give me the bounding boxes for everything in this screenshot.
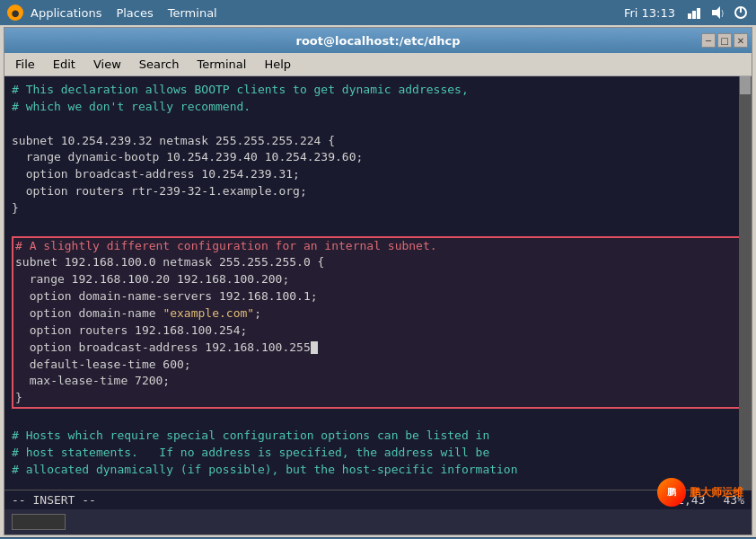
line-21: # Hosts which require special configurat…: [12, 428, 744, 445]
window-controls: ─ □ ✕: [701, 33, 748, 48]
menu-help[interactable]: Help: [257, 56, 298, 73]
svg-rect-2: [697, 8, 700, 19]
line-1: # This declaration allows BOOTP clients …: [12, 82, 744, 99]
line-16: option broadcast-address 192.168.100.255: [15, 340, 741, 357]
svg-text:): ): [721, 10, 724, 18]
input-box[interactable]: [12, 514, 66, 530]
line-22: # host statements. If no address is spec…: [12, 445, 744, 462]
status-bar: -- INSERT -- 52,43 43%: [4, 490, 752, 509]
topbar-left: ● Applications Places Terminal: [7, 4, 217, 21]
svg-rect-0: [688, 13, 691, 19]
line-4: subnet 10.254.239.32 netmask 255.255.255…: [12, 133, 744, 150]
line-11: subnet 192.168.100.0 netmask 255.255.255…: [15, 254, 741, 271]
line-23: # allocated dynamically (if possible), b…: [12, 462, 744, 479]
watermark-icon: 鹏: [657, 478, 686, 507]
topbar-menu: Applications Places Terminal: [31, 6, 217, 20]
line-blank-2: [12, 217, 744, 234]
line-5: range dynamic-bootp 10.254.239.40 10.254…: [12, 149, 744, 166]
terminal-body[interactable]: # This declaration allows BOOTP clients …: [4, 76, 752, 490]
topbar-right: Fri 13:13 ): [624, 4, 749, 21]
line-blank-3: [12, 411, 744, 428]
network-icon[interactable]: [686, 4, 702, 21]
menu-search[interactable]: Search: [132, 56, 187, 73]
line-14: option domain-name "example.com";: [15, 305, 741, 323]
line-6: option broadcast-address 10.254.239.31;: [12, 166, 744, 183]
input-bar: [4, 509, 752, 535]
clock: Fri 13:13: [624, 6, 675, 20]
watermark: 鹏 鹏大师运维: [657, 478, 743, 507]
maximize-button[interactable]: □: [717, 33, 732, 48]
line-13: option domain-name-servers 192.168.100.1…: [15, 288, 741, 305]
watermark-text: 鹏大师运维: [690, 485, 743, 500]
menu-view[interactable]: View: [86, 56, 128, 73]
minimize-button[interactable]: ─: [701, 33, 716, 48]
topbar-applications[interactable]: Applications: [31, 6, 101, 20]
line-7: option routers rtr-239-32-1.example.org;: [12, 183, 744, 200]
scrollbar-thumb[interactable]: [740, 76, 751, 94]
topbar-places[interactable]: Places: [116, 6, 153, 20]
power-icon[interactable]: [733, 4, 749, 21]
line-15: option routers 192.168.100.254;: [15, 323, 741, 340]
line-18: max-lease-time 7200;: [15, 373, 741, 390]
topbar-terminal[interactable]: Terminal: [168, 6, 217, 20]
svg-marker-3: [712, 6, 720, 19]
line-19: }: [15, 390, 741, 407]
system-topbar: ● Applications Places Terminal Fri 13:13…: [0, 0, 756, 25]
menu-edit[interactable]: Edit: [46, 56, 83, 73]
volume-icon[interactable]: ): [709, 4, 725, 21]
line-17: default-lease-time 600;: [15, 357, 741, 374]
topbar-icons: ): [686, 4, 749, 21]
highlighted-block: # A slightly different configuration for…: [12, 236, 744, 409]
line-blank-1: [12, 116, 744, 133]
window-title: root@localhost:/etc/dhcp: [296, 34, 461, 48]
line-8: }: [12, 200, 744, 217]
window-titlebar: root@localhost:/etc/dhcp ─ □ ✕: [4, 28, 752, 53]
line-10: # A slightly different configuration for…: [15, 238, 741, 255]
line-12: range 192.168.100.20 192.168.100.200;: [15, 271, 741, 288]
menu-file[interactable]: File: [8, 56, 42, 73]
line-2: # which we don't really recommend.: [12, 99, 744, 116]
insert-mode-indicator: -- INSERT --: [12, 493, 96, 507]
close-button[interactable]: ✕: [734, 33, 748, 48]
terminal-window: root@localhost:/etc/dhcp ─ □ ✕ File Edit…: [4, 27, 752, 535]
svg-rect-1: [692, 11, 696, 19]
menu-terminal[interactable]: Terminal: [189, 56, 253, 73]
menu-bar: File Edit View Search Terminal Help: [4, 53, 752, 76]
system-logo: ●: [7, 4, 23, 21]
scrollbar[interactable]: [739, 76, 752, 490]
